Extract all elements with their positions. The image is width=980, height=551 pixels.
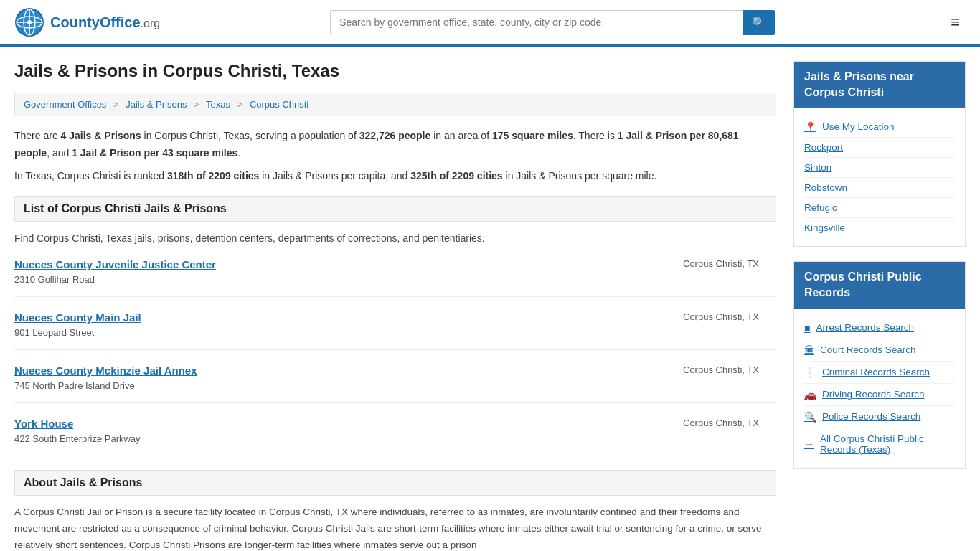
jail-left: Nueces County Juvenile Justice Center 23… [14,258,669,285]
jail-listings: Nueces County Juvenile Justice Center 23… [14,258,776,456]
location-icon: 📍 [804,121,816,133]
jail-address: 422 South Enterprize Parkway [14,433,141,444]
jail-city: Corpus Christi, TX [669,418,776,428]
search-input[interactable] [330,10,743,34]
logo-area: CountyOffice.org [14,7,160,37]
rank-capita: 318th of 2209 cities [167,170,259,182]
public-records-list: ■ Arrest Records Search 🏛 Court Records … [804,317,955,460]
pr-label: All Corpus Christi Public Records (Texas… [820,433,955,455]
jail-address: 901 Leopard Street [14,327,94,338]
breadcrumb-link-corpus-christi[interactable]: Corpus Christi [250,99,308,110]
main-content: Jails & Prisons in Corpus Christi, Texas… [14,61,776,551]
header: CountyOffice.org 🔍 ≡ [0,0,980,47]
public-record-link[interactable]: 🔍 Police Records Search [804,406,955,428]
breadcrumb-sep: > [113,99,119,110]
stats-line-2: In Texas, Corpus Christi is ranked 318th… [14,168,776,185]
public-records-body: ■ Arrest Records Search 🏛 Court Records … [794,309,965,468]
city-label: Sinton [804,162,831,173]
search-icon: 🔍 [752,17,766,29]
public-records-card: Corpus Christi Public Records ■ Arrest R… [793,261,966,469]
area: 175 square miles [492,130,573,141]
pr-label: Driving Records Search [822,389,925,400]
breadcrumb-link-government-offices[interactable]: Government Offices [24,99,106,110]
population: 322,726 people [359,130,431,141]
logo-text: CountyOffice.org [50,14,160,31]
pr-label: Criminal Records Search [822,367,930,377]
pr-icon: 🏛 [804,344,814,356]
pr-icon: 🚗 [804,389,816,400]
use-my-location-link[interactable]: 📍 Use My Location [804,117,955,138]
use-location-label: Use My Location [822,121,895,132]
jail-item: Nueces County Juvenile Justice Center 23… [14,258,776,297]
pr-label: Arrest Records Search [816,322,914,333]
city-label: Kingsville [804,222,845,233]
public-record-link[interactable]: → All Corpus Christi Public Records (Tex… [804,428,955,460]
city-label: Robstown [804,182,847,193]
public-record-link[interactable]: 🏛 Court Records Search [804,339,955,362]
menu-button[interactable]: ≡ [945,10,966,34]
jail-item: York House 422 South Enterprize Parkway … [14,418,776,456]
nearby-city-link[interactable]: Rockport [804,138,955,158]
nearby-city-link[interactable]: Robstown [804,178,955,198]
pr-label: Court Records Search [820,344,916,355]
pr-icon: ■ [804,322,810,334]
about-section: About Jails & Prisons A Corpus Christi J… [14,470,776,551]
public-record-link[interactable]: 🚗 Driving Records Search [804,384,955,406]
nearby-header: Jails & Prisons near Corpus Christi [794,62,965,108]
city-label: Rockport [804,142,843,153]
nearby-card-body: 📍 Use My Location RockportSintonRobstown… [794,108,965,246]
sidebar: Jails & Prisons near Corpus Christi 📍 Us… [793,61,966,551]
breadcrumb-sep-2: > [194,99,199,110]
hamburger-icon: ≡ [951,13,960,31]
jail-address: 2310 Gollihar Road [14,274,95,285]
per-area: 1 Jail & Prison per 43 square miles [72,147,237,159]
jail-city: Corpus Christi, TX [669,258,776,269]
jail-left: York House 422 South Enterprize Parkway [14,418,669,444]
jail-address: 745 North Padre Island Drive [14,380,135,391]
jail-city: Corpus Christi, TX [669,364,776,375]
public-record-link[interactable]: ■ Arrest Records Search [804,317,955,339]
jail-name[interactable]: Nueces County Juvenile Justice Center [14,258,669,270]
jail-count: 4 Jails & Prisons [61,130,141,141]
pr-icon: 🔍 [804,411,816,423]
jail-name[interactable]: York House [14,418,669,430]
rank-area: 325th of 2209 cities [410,170,502,182]
svg-point-6 [27,20,32,24]
breadcrumb-link-texas[interactable]: Texas [206,99,230,110]
search-button[interactable]: 🔍 [743,10,775,35]
page-title: Jails & Prisons in Corpus Christi, Texas [14,61,776,81]
breadcrumb: Government Offices > Jails & Prisons > T… [14,93,776,116]
jail-left: Nueces County Main Jail 901 Leopard Stre… [14,311,669,338]
breadcrumb-sep-3: > [237,99,243,110]
nearby-card: Jails & Prisons near Corpus Christi 📍 Us… [793,61,966,247]
public-records-header: Corpus Christi Public Records [794,262,965,309]
layout: Jails & Prisons in Corpus Christi, Texas… [0,47,980,551]
jail-city: Corpus Christi, TX [669,311,776,322]
about-section-header: About Jails & Prisons [14,470,776,496]
list-description: Find Corpus Christi, Texas jails, prison… [14,230,776,246]
jail-name[interactable]: Nueces County Main Jail [14,311,669,324]
about-text: A Corpus Christi Jail or Prison is a sec… [14,504,776,551]
jail-item: Nueces County Mckinzie Jail Annex 745 No… [14,364,776,403]
jail-name[interactable]: Nueces County Mckinzie Jail Annex [14,364,669,377]
stats-line-1: There are 4 Jails & Prisons in Corpus Ch… [14,128,776,162]
pr-icon: ❕ [804,367,816,378]
stats-section: There are 4 Jails & Prisons in Corpus Ch… [14,128,776,184]
nearby-city-link[interactable]: Kingsville [804,218,955,237]
city-label: Refugio [804,202,838,213]
pr-label: Police Records Search [822,411,920,422]
public-record-link[interactable]: ❕ Criminal Records Search [804,362,955,384]
list-section-header: List of Corpus Christi Jails & Prisons [14,196,776,222]
nearby-city-link[interactable]: Sinton [804,158,955,178]
logo-icon [14,7,44,37]
jail-item: Nueces County Main Jail 901 Leopard Stre… [14,311,776,350]
nearby-city-link[interactable]: Refugio [804,198,955,218]
nearby-cities-list: RockportSintonRobstownRefugioKingsville [804,138,955,237]
search-area: 🔍 [330,10,775,35]
breadcrumb-link-jails[interactable]: Jails & Prisons [126,99,187,110]
pr-icon: → [804,438,814,450]
jail-left: Nueces County Mckinzie Jail Annex 745 No… [14,364,669,391]
